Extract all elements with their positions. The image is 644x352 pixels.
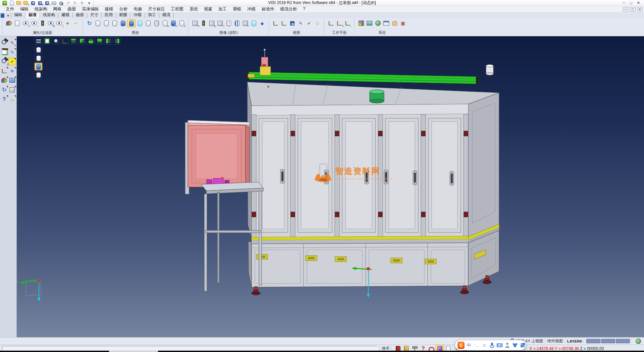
document-minimize-button[interactable]: ─ bbox=[623, 7, 629, 12]
layer-blue-icon[interactable] bbox=[119, 19, 127, 27]
regen-icon[interactable]: ↻ bbox=[0, 86, 8, 93]
layer-settings-icon[interactable]: ✕ bbox=[178, 19, 185, 27]
strip-layer-2-icon[interactable] bbox=[35, 54, 42, 62]
delete-sketch-icon[interactable]: ✎✕ bbox=[8, 39, 16, 46]
menu-加工[interactable]: 加工 bbox=[215, 6, 230, 13]
menu-标准件[interactable]: 标准件 bbox=[259, 6, 277, 13]
scene-manager-icon[interactable] bbox=[200, 19, 207, 27]
undo-icon[interactable]: ↺ bbox=[65, 1, 71, 5]
workplane-icon[interactable] bbox=[0, 67, 8, 75]
view-front-icon[interactable] bbox=[87, 37, 95, 45]
menu-尺寸标注[interactable]: 尺寸标注 bbox=[145, 6, 168, 13]
menu-分析[interactable]: 分析 bbox=[116, 6, 131, 13]
toggle-visibility-icon[interactable]: ± bbox=[55, 19, 63, 27]
open-file-icon[interactable] bbox=[16, 1, 22, 5]
window-minimize-button[interactable]: ─ bbox=[623, 1, 625, 5]
workplane-align-icon[interactable]: ↔ bbox=[344, 19, 352, 27]
menu-实体编辑[interactable]: 实体编辑 bbox=[79, 6, 102, 13]
ime-voice-icon[interactable] bbox=[488, 342, 495, 349]
view-axes-1-icon[interactable] bbox=[272, 19, 279, 27]
save-all-icon[interactable]: + bbox=[44, 1, 50, 5]
window-options-icon[interactable] bbox=[382, 19, 390, 27]
view-axes-2-icon[interactable] bbox=[280, 19, 288, 27]
redo-icon[interactable]: ↻ bbox=[72, 1, 78, 5]
layer-cyan-icon[interactable] bbox=[136, 19, 144, 27]
qat-more-icon[interactable]: ▾ bbox=[87, 1, 92, 5]
zoom-extents-icon[interactable] bbox=[43, 37, 51, 45]
sogou-logo[interactable]: S bbox=[458, 342, 465, 349]
grid-icon[interactable] bbox=[8, 77, 16, 84]
layer-color-swatch-3[interactable] bbox=[616, 339, 630, 343]
scene-add-icon[interactable]: + bbox=[191, 19, 199, 27]
save-view-icon[interactable] bbox=[288, 19, 296, 27]
hide-entities-icon[interactable]: − bbox=[30, 19, 38, 27]
view-iso-icon[interactable] bbox=[78, 37, 86, 45]
model-viewport[interactable]: 智造资料网 INTELLIGENT MANUFACTURING DATA bbox=[17, 36, 644, 337]
attributes-color-icon[interactable] bbox=[5, 19, 13, 27]
zoom-fit-icon[interactable] bbox=[0, 48, 8, 56]
display-points-icon[interactable] bbox=[225, 19, 232, 27]
shading-icon[interactable] bbox=[8, 86, 16, 93]
dynamic-view-icon[interactable] bbox=[52, 37, 60, 45]
view-top-icon[interactable] bbox=[69, 37, 77, 45]
dynamic-zoom-icon[interactable] bbox=[0, 39, 8, 46]
ime-mode-chinese[interactable]: 中 bbox=[465, 342, 472, 349]
snap-settings-icon[interactable] bbox=[391, 19, 398, 27]
layer-refresh-icon[interactable]: ↻ bbox=[161, 19, 169, 27]
menu-曲面[interactable]: 曲面 bbox=[65, 6, 79, 13]
visibility-manager-icon[interactable] bbox=[39, 19, 46, 27]
lock-toggle[interactable]: 拴牢 bbox=[382, 346, 390, 351]
axis-triad-icon[interactable] bbox=[61, 37, 68, 45]
menu-塑模[interactable]: 塑模 bbox=[230, 6, 244, 13]
display-shaded-icon[interactable] bbox=[250, 19, 258, 27]
sketch-spline-icon[interactable]: ≈ bbox=[8, 67, 16, 75]
layer-copy-icon[interactable]: ↻ bbox=[169, 19, 177, 27]
menu-系统[interactable]: 系统 bbox=[186, 6, 201, 13]
menu-网格[interactable]: 网格 bbox=[50, 6, 65, 13]
print-preview-icon[interactable] bbox=[58, 1, 64, 5]
scene-toggle-icon[interactable]: ± bbox=[216, 19, 224, 27]
layer-white-1-icon[interactable] bbox=[94, 19, 102, 27]
attributes-copy-icon[interactable] bbox=[13, 19, 21, 27]
document-restore-button[interactable]: □ bbox=[630, 7, 636, 12]
layer-blue-selected-icon[interactable] bbox=[127, 19, 135, 27]
strip-layer-1-icon[interactable] bbox=[35, 46, 42, 53]
menu-电极[interactable]: 电极 bbox=[131, 6, 145, 13]
show-all-icon[interactable]: + bbox=[64, 19, 71, 27]
menu-工程图[interactable]: 工程图 bbox=[168, 6, 187, 13]
ime-keyboard-icon[interactable] bbox=[496, 342, 503, 349]
document-close-button[interactable]: ✕ bbox=[637, 7, 643, 12]
workplane-main-icon[interactable] bbox=[327, 19, 335, 27]
layer-white-3-icon[interactable] bbox=[111, 19, 118, 27]
workplane-add-icon[interactable]: + bbox=[335, 19, 343, 27]
regen-graphics-icon[interactable]: ↻ bbox=[86, 19, 93, 27]
menu-?[interactable]: ? bbox=[300, 6, 309, 13]
measure-icon[interactable]: ↔ bbox=[8, 95, 16, 103]
menu-建模[interactable]: 建模 bbox=[102, 6, 116, 13]
toolbar-dropdown-icon[interactable]: ▼ bbox=[5, 13, 11, 18]
confirm-icon[interactable]: ✔ bbox=[8, 58, 16, 65]
refresh-visibility-icon[interactable]: ↻ bbox=[47, 19, 55, 27]
import-file-icon[interactable]: + bbox=[23, 1, 29, 5]
menu-文件[interactable]: 文件 bbox=[3, 6, 17, 13]
help-icon[interactable]: ? bbox=[0, 95, 8, 103]
view-back-icon[interactable] bbox=[96, 37, 103, 45]
layer-wireframe-icon[interactable] bbox=[153, 19, 160, 27]
layer-color-swatch-2[interactable] bbox=[601, 339, 615, 343]
menu-视窗[interactable]: 视窗 bbox=[201, 6, 215, 13]
system-settings-icon[interactable] bbox=[374, 19, 382, 27]
show-entities-icon[interactable]: + bbox=[22, 19, 30, 27]
print-icon[interactable] bbox=[51, 1, 57, 5]
menu-编辑[interactable]: 编辑 bbox=[17, 6, 32, 13]
view-left-icon[interactable] bbox=[104, 37, 112, 45]
active-layer-label[interactable]: LAYER0 bbox=[567, 339, 582, 343]
history-icon[interactable]: ↻ bbox=[79, 1, 85, 5]
hide-all-icon[interactable]: − bbox=[72, 19, 80, 27]
edit-view-icon[interactable]: ✎ bbox=[297, 19, 305, 27]
color-table-icon[interactable] bbox=[357, 19, 365, 27]
save-icon[interactable] bbox=[30, 1, 36, 5]
menu-模流分析[interactable]: 模流分析 bbox=[277, 6, 300, 13]
scene-validate-icon[interactable]: ✓ bbox=[241, 19, 249, 27]
menu-线架构[interactable]: 线架构 bbox=[32, 6, 50, 13]
layer-white-4-icon[interactable] bbox=[144, 19, 152, 27]
